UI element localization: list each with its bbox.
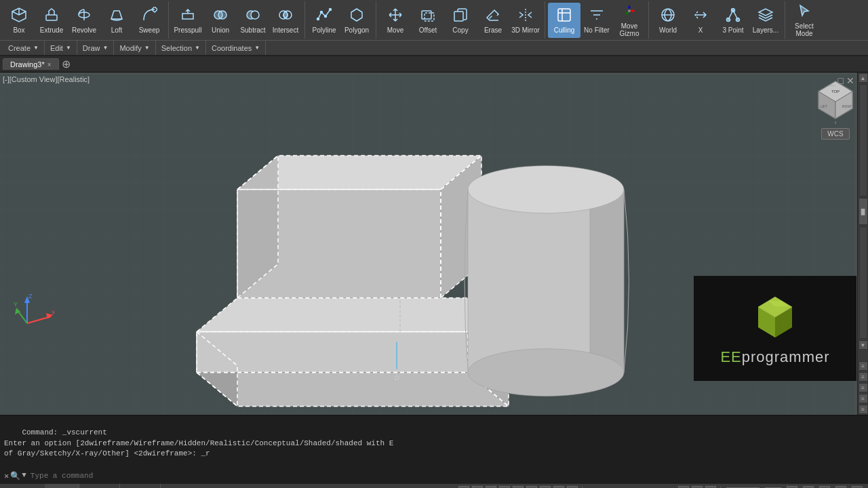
btn-move[interactable]: Move <box>379 3 412 38</box>
btn-copy[interactable]: Copy <box>444 3 477 38</box>
btn-offset[interactable]: Offset <box>412 3 444 38</box>
tab-drawing3[interactable]: Drawing3* × <box>3 58 59 70</box>
btn-layers[interactable]: Layers... <box>749 3 782 38</box>
panel-toggle-5[interactable]: ≡ <box>859 405 868 414</box>
tab-layout1[interactable]: Layout1 <box>79 484 120 488</box>
btn-presspull[interactable]: Presspull <box>172 3 204 38</box>
btn-offset-label: Offset <box>419 26 437 34</box>
command-icons: ✕ 🔍 ▼ <box>4 471 26 481</box>
btn-erase[interactable]: Erase <box>477 3 509 38</box>
btn-box[interactable]: Box <box>3 3 35 38</box>
btn-polyline[interactable]: Polyline <box>308 3 340 38</box>
command-line2: Enter an option [2dwireframe/Wireframe/H… <box>4 439 393 447</box>
svg-text:TOP: TOP <box>831 89 840 94</box>
btn-polygon[interactable]: Polygon <box>340 3 373 38</box>
btn-culling[interactable]: Culling <box>548 3 580 38</box>
ribbon-coordinates[interactable]: Coordinates ▼ <box>206 41 266 55</box>
command-output: Command: _vscurrent Enter an option [2dw… <box>4 418 864 470</box>
btn-selectmode-label: Select Mode <box>789 22 819 37</box>
panel-toggle-2[interactable]: ≡ <box>859 372 868 382</box>
btn-3dmirror[interactable]: 3D Mirror <box>509 3 542 38</box>
svg-rect-16 <box>425 13 434 21</box>
ribbon-draw[interactable]: Draw ▼ <box>77 41 115 55</box>
box-icon <box>11 7 27 25</box>
btn-presspull-label: Presspull <box>174 26 201 34</box>
minimize-button[interactable]: _ <box>830 75 835 86</box>
btn-loft[interactable]: Loft <box>100 3 133 38</box>
svg-point-49 <box>468 166 624 214</box>
move-icon <box>387 7 403 25</box>
ribbon-create[interactable]: Create ▼ <box>3 41 45 55</box>
polyline-icon <box>316 7 332 25</box>
btn-selectmode[interactable]: Select Mode <box>788 1 821 39</box>
tab-drawing3-close[interactable]: × <box>47 61 52 68</box>
btn-union-label: Union <box>212 26 229 34</box>
svg-text:LIFT: LIFT <box>821 104 827 108</box>
nofilter-icon <box>589 7 605 25</box>
btn-revolve[interactable]: Revolve <box>68 3 100 38</box>
revolve-icon <box>76 7 92 25</box>
svg-text:Y: Y <box>14 301 18 308</box>
tab-drawing3-label: Drawing3* <box>10 60 45 68</box>
command-x-icon[interactable]: ✕ <box>4 471 9 481</box>
btn-move-label: Move <box>387 26 403 34</box>
btn-world[interactable]: World <box>652 3 684 38</box>
scroll-down-btn[interactable]: ▼ <box>859 340 868 350</box>
ribbon-modify-label: Modify <box>119 44 141 52</box>
svg-point-22 <box>628 9 631 12</box>
svg-rect-17 <box>454 12 463 21</box>
ribbon-edit[interactable]: Edit ▼ <box>45 41 77 55</box>
btn-erase-label: Erase <box>484 26 502 34</box>
btn-subtract[interactable]: Subtract <box>237 3 269 38</box>
btn-sweep[interactable]: Sweep <box>133 3 165 38</box>
scroll-up-btn[interactable]: ▲ <box>859 73 868 83</box>
tab-add-icon: ⊕ <box>62 58 71 70</box>
ribbon-create-label: Create <box>8 44 31 52</box>
ribbon-selection[interactable]: Selection ▼ <box>156 41 206 55</box>
tab-add-button[interactable]: ⊕ <box>59 58 73 70</box>
btn-intersect[interactable]: Intersect <box>269 3 302 38</box>
upper-box <box>237 156 481 298</box>
panel-toggle-4[interactable]: ≡ <box>859 394 868 403</box>
bottom-box <box>197 298 509 407</box>
btn-3point-label: 3 Point <box>722 26 743 34</box>
svg-marker-31 <box>197 332 468 373</box>
svg-text:Z: Z <box>28 293 33 300</box>
3dmirror-icon <box>517 7 534 25</box>
xaxis-icon <box>692 7 709 25</box>
svg-point-11 <box>321 11 323 13</box>
ribbon-draw-arrow: ▼ <box>103 45 108 51</box>
scroll-thumb[interactable]: █ <box>859 198 868 225</box>
ribbon-coordinates-arrow: ▼ <box>254 45 260 51</box>
axes-indicator: Z X Y <box>14 293 54 333</box>
command-dropdown-icon[interactable]: ▼ <box>22 471 26 481</box>
ribbon-bar: Create ▼ Edit ▼ Draw ▼ Modify ▼ Selectio… <box>0 41 868 56</box>
btn-world-label: World <box>659 26 677 34</box>
wcs-button[interactable]: WCS <box>821 128 849 140</box>
tab-layout2[interactable]: Layout2 <box>120 484 161 488</box>
panel-toggle-3[interactable]: ≡ <box>859 383 868 392</box>
command-input-field[interactable] <box>31 472 864 480</box>
command-search-icon[interactable]: 🔍 <box>10 471 20 481</box>
btn-union[interactable]: Union <box>204 3 237 38</box>
btn-xaxis[interactable]: X <box>684 3 717 38</box>
svg-point-50 <box>468 349 624 396</box>
tab-model[interactable]: Model <box>45 484 79 488</box>
maximize-button[interactable]: □ <box>838 75 844 86</box>
btn-extrude[interactable]: Extrude <box>35 3 68 38</box>
panel-toggle-1[interactable]: ≡ <box>859 361 868 371</box>
copy-icon <box>452 7 469 25</box>
selectmode-icon <box>796 3 812 21</box>
close-button[interactable]: ✕ <box>846 75 854 86</box>
union-icon <box>212 7 229 25</box>
btn-box-label: Box <box>13 26 24 34</box>
btn-3point[interactable]: 3 Point <box>717 3 749 38</box>
toolbar-group-create: Box Extrude Revolve <box>0 1 169 39</box>
ribbon-modify[interactable]: Modify ▼ <box>114 41 155 55</box>
btn-intersect-label: Intersect <box>273 26 298 34</box>
intersect-icon <box>277 7 294 25</box>
btn-movegizmo[interactable]: Move Gizmo <box>613 1 646 39</box>
btn-nofilter[interactable]: No Filter <box>580 3 613 38</box>
btn-3dmirror-label: 3D Mirror <box>511 26 540 34</box>
svg-rect-0 <box>46 15 57 20</box>
